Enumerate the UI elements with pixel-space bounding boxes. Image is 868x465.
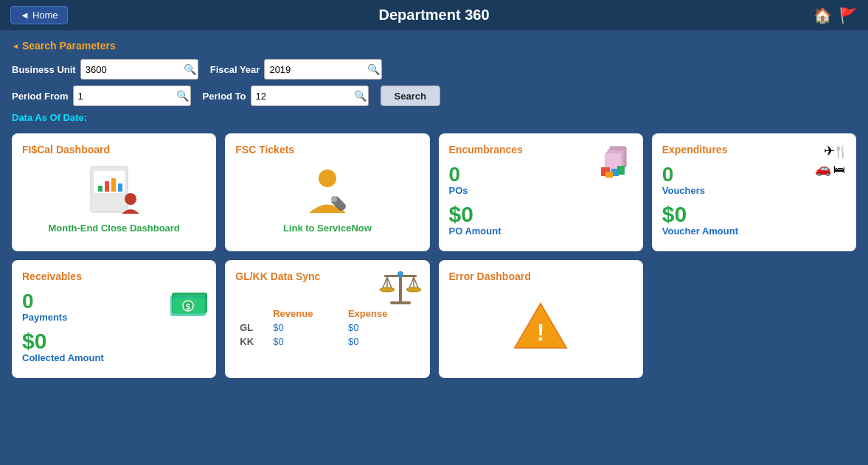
svg-rect-30 <box>390 301 411 304</box>
back-arrow-icon: ◄ <box>20 10 29 21</box>
home-label: Home <box>32 10 58 21</box>
period-from-group: Period From 🔍 <box>12 85 191 106</box>
pos-count: 0 <box>449 164 461 185</box>
error-dashboard-card[interactable]: Error Dashboard ! <box>439 260 643 378</box>
business-unit-group: Business Unit 🔍 <box>12 59 198 80</box>
fsc-tickets-link[interactable]: Link to ServiceNow <box>283 223 372 234</box>
svg-line-38 <box>414 277 418 288</box>
flag-icon[interactable]: 🚩 <box>839 7 858 24</box>
fiscal-cal-card[interactable]: FI$Cal Dashboard Month-End Close Dashboa… <box>12 133 216 251</box>
glkk-kk-label: KK <box>237 335 268 348</box>
svg-point-35 <box>380 287 395 292</box>
period-to-search-icon[interactable]: 🔍 <box>354 91 367 101</box>
search-row-1: Business Unit 🔍 Fiscal Year 🔍 <box>12 59 856 80</box>
glkk-kk-expense: $0 <box>345 335 418 348</box>
period-from-input-wrap: 🔍 <box>73 85 191 106</box>
po-amount-label: PO Amount <box>449 225 501 237</box>
expenditures-card[interactable]: Expenditures ✈ 🍴 🚗 🛏 0 Vouchers $0 Vouch… <box>652 133 856 251</box>
svg-text:!: ! <box>537 319 545 346</box>
glkk-revenue-header: Revenue <box>270 307 344 320</box>
svg-text:🚗: 🚗 <box>815 161 832 177</box>
fiscal-cal-icon <box>85 165 144 217</box>
payments-label: Payments <box>22 312 67 323</box>
period-from-search-icon[interactable]: 🔍 <box>176 91 189 101</box>
warning-icon: ! <box>511 300 570 352</box>
voucher-amount-label: Voucher Amount <box>662 225 738 237</box>
glkk-gl-label: GL <box>237 321 268 334</box>
top-cards-grid: FI$Cal Dashboard Month-End Close Dashboa… <box>12 133 856 251</box>
glkk-kk-revenue: $0 <box>270 335 344 348</box>
search-params-title: Search Parameters <box>12 40 856 52</box>
fsc-tickets-title: FSC Tickets <box>235 144 419 155</box>
expenditures-icon: ✈ 🍴 🚗 🛏 <box>808 141 849 184</box>
page-title: Department 360 <box>378 7 489 24</box>
encumbrances-icon <box>595 141 636 184</box>
fiscal-year-search-icon[interactable]: 🔍 <box>367 64 380 74</box>
receivables-card[interactable]: Receivables $ $ 0 Payments <box>12 260 216 378</box>
search-parameters-section: Search Parameters Business Unit 🔍 Fiscal… <box>12 40 856 123</box>
fsc-tickets-card[interactable]: FSC Tickets Link to ServiceNow <box>225 133 429 251</box>
fiscal-cal-title: FI$Cal Dashboard <box>22 144 206 155</box>
business-unit-input-wrap: 🔍 <box>80 59 198 80</box>
collected-label: Collected Amount <box>22 352 104 363</box>
svg-rect-14 <box>605 172 613 178</box>
pos-label: POs <box>449 185 468 196</box>
svg-rect-29 <box>399 275 402 303</box>
bottom-cards-grid: Receivables $ $ 0 Payments <box>12 260 856 378</box>
receivables-title: Receivables <box>22 270 206 282</box>
main-content: Search Parameters Business Unit 🔍 Fiscal… <box>0 31 868 465</box>
svg-text:$: $ <box>186 302 190 311</box>
payments-count: 0 <box>22 291 34 312</box>
error-dashboard-title: Error Dashboard <box>449 270 633 282</box>
fsc-tickets-content: Link to ServiceNow <box>235 161 419 237</box>
svg-point-6 <box>125 193 136 205</box>
period-from-input[interactable] <box>73 85 191 106</box>
fsc-tickets-icon <box>302 165 353 217</box>
collected-amount: $0 <box>22 330 46 352</box>
svg-rect-2 <box>98 186 103 192</box>
svg-rect-3 <box>105 181 109 192</box>
period-to-input-wrap: 🔍 <box>251 85 369 106</box>
fiscal-year-input-wrap: 🔍 <box>264 59 382 80</box>
voucher-amount: $0 <box>662 203 687 225</box>
period-to-input[interactable] <box>251 85 369 106</box>
header-left: ◄ Home <box>10 6 68 24</box>
glkk-icon <box>378 268 423 311</box>
vouchers-count: 0 <box>662 164 674 185</box>
fiscal-cal-link[interactable]: Month-End Close Dashboard <box>48 223 179 234</box>
svg-point-40 <box>397 271 403 277</box>
svg-line-37 <box>409 277 414 288</box>
home-button[interactable]: ◄ Home <box>10 6 68 24</box>
search-button[interactable]: Search <box>381 85 440 106</box>
svg-point-8 <box>331 196 337 202</box>
data-as-of-label: Data As Of Date: <box>12 112 856 123</box>
house-icon[interactable]: 🏠 <box>813 7 832 24</box>
svg-point-7 <box>319 169 336 187</box>
encumbrances-card[interactable]: Encumbrances 0 POs $0 PO Amoun <box>439 133 643 251</box>
svg-line-33 <box>383 277 387 288</box>
business-unit-search-icon[interactable]: 🔍 <box>184 64 196 74</box>
search-row-2: Period From 🔍 Period To 🔍 Search <box>12 85 856 106</box>
po-amount: $0 <box>449 203 473 225</box>
svg-text:🛏: 🛏 <box>833 163 845 175</box>
period-from-label: Period From <box>12 91 69 102</box>
fiscal-cal-content: Month-End Close Dashboard <box>22 161 206 237</box>
error-dashboard-content: ! <box>449 288 633 363</box>
glkk-card[interactable]: GL/KK Data Sync <box>225 260 429 378</box>
business-unit-input[interactable] <box>80 59 198 80</box>
glkk-table: Revenue Expense GL $0 $0 KK $0 $0 <box>235 306 419 349</box>
glkk-gl-expense: $0 <box>345 321 418 334</box>
business-unit-label: Business Unit <box>12 64 76 75</box>
fiscal-year-input[interactable] <box>264 59 382 80</box>
svg-line-34 <box>387 277 392 288</box>
svg-point-39 <box>406 287 421 292</box>
glkk-gl-revenue: $0 <box>270 321 344 334</box>
svg-rect-15 <box>617 166 625 175</box>
svg-rect-5 <box>118 183 122 192</box>
receivables-icon: $ $ <box>170 288 209 321</box>
header-icons: 🏠 🚩 <box>813 7 858 24</box>
fiscal-year-label: Fiscal Year <box>210 64 260 75</box>
vouchers-label: Vouchers <box>662 185 705 196</box>
svg-text:🍴: 🍴 <box>833 144 848 158</box>
fiscal-year-group: Fiscal Year 🔍 <box>210 59 383 80</box>
